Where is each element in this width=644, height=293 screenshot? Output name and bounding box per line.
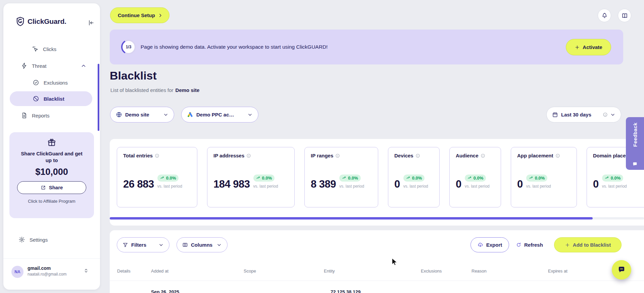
export-button[interactable]: Export bbox=[470, 237, 509, 252]
stat-value: 8 389 bbox=[311, 179, 336, 189]
plus-icon bbox=[565, 242, 570, 248]
divider bbox=[3, 258, 100, 259]
promo-title: Share ClickGuard and get up to bbox=[19, 150, 85, 164]
stat-label: Total entries bbox=[123, 153, 153, 158]
info-icon[interactable] bbox=[155, 153, 159, 158]
external-link-icon bbox=[41, 185, 46, 190]
continue-setup-button[interactable]: Continue Setup bbox=[110, 7, 169, 23]
stat-period-label: vs. last period bbox=[526, 184, 551, 189]
column-header-entity[interactable]: Entity bbox=[324, 268, 335, 274]
user-menu[interactable]: NA gmail.com naatali.ro@gmail.com bbox=[3, 262, 100, 285]
plus-icon bbox=[575, 45, 580, 50]
feedback-tab[interactable]: Feedback bbox=[626, 117, 644, 170]
sidebar-item-settings[interactable]: Settings bbox=[18, 232, 48, 247]
bolt-icon bbox=[21, 62, 28, 69]
sidebar-item-blacklist[interactable]: Blacklist bbox=[10, 91, 92, 106]
stat-period-label: vs. last period bbox=[157, 184, 182, 189]
info-icon[interactable] bbox=[481, 153, 485, 158]
clickguard-logo-icon bbox=[16, 17, 24, 26]
horizontal-scrollbar-thumb[interactable] bbox=[110, 217, 593, 219]
brand: ClickGuard. bbox=[16, 17, 66, 26]
sidebar-item-label: Exclusions bbox=[44, 80, 68, 86]
ppc-account-selector[interactable]: Demo PPC ac… bbox=[181, 107, 258, 123]
stat-period-label: vs. last period bbox=[253, 184, 278, 189]
stat-label: IP addresses bbox=[213, 153, 244, 158]
affiliate-link[interactable]: Click to Affiliate Program bbox=[28, 199, 75, 204]
stat-period-label: vs. last period bbox=[403, 184, 428, 189]
brand-name: ClickGuard. bbox=[28, 17, 66, 26]
column-header-reason[interactable]: Reason bbox=[472, 268, 487, 274]
info-icon[interactable] bbox=[246, 153, 251, 158]
chat-launcher-button[interactable] bbox=[612, 260, 631, 280]
stat-card-app-placement: App placement 0 0.0% vs. last period bbox=[511, 147, 577, 207]
calendar-icon bbox=[552, 112, 558, 118]
chevron-down-icon bbox=[158, 242, 164, 248]
column-header-exclusions[interactable]: Exclusions bbox=[421, 268, 442, 274]
stat-value: 0 bbox=[456, 179, 461, 189]
user-name: gmail.com bbox=[28, 265, 51, 271]
column-header-details[interactable]: Details bbox=[117, 268, 131, 274]
stat-card-total-entries: Total entries 26 883 0.0% vs. last perio… bbox=[117, 147, 197, 207]
resources-button[interactable] bbox=[618, 9, 631, 22]
notifications-button[interactable] bbox=[598, 9, 611, 22]
stat-label: App placement bbox=[517, 153, 553, 158]
stat-value: 184 983 bbox=[213, 179, 250, 189]
stat-value: 0 bbox=[593, 179, 599, 189]
share-label: Share bbox=[49, 185, 63, 190]
demo-banner-message: Page is showing demo data. Activate your… bbox=[141, 30, 328, 64]
add-to-blacklist-button[interactable]: Add to Blacklist bbox=[554, 237, 622, 252]
sidebar-item-threat[interactable]: Threat bbox=[21, 58, 87, 73]
column-header-expires-at[interactable]: Expires at bbox=[548, 268, 567, 274]
stat-card-ip-addresses: IP addresses 184 983 0.0% vs. last perio… bbox=[207, 147, 295, 207]
setup-progress-ring: 1/3 bbox=[121, 40, 136, 54]
stats-cards-row: Total entries 26 883 0.0% vs. last perio… bbox=[117, 147, 644, 207]
gear-icon bbox=[18, 236, 25, 243]
columns-button[interactable]: Columns bbox=[177, 237, 228, 252]
sidebar-item-clicks[interactable]: Clicks bbox=[32, 42, 56, 56]
document-icon bbox=[21, 112, 28, 119]
sidebar-item-reports[interactable]: Reports bbox=[21, 108, 50, 123]
table-panel: Filters Columns Export Refresh bbox=[110, 230, 644, 293]
ppc-account-selector-label: Demo PPC ac… bbox=[196, 112, 234, 117]
stat-period-label: vs. last period bbox=[339, 184, 364, 189]
blocked-icon bbox=[33, 95, 39, 102]
stat-label: Devices bbox=[394, 153, 413, 158]
sidebar: ClickGuard. Clicks Threat Exclusions bbox=[3, 3, 100, 290]
refresh-label: Refresh bbox=[524, 242, 543, 248]
stats-panel: Total entries 26 883 0.0% vs. last perio… bbox=[110, 139, 644, 226]
info-icon[interactable] bbox=[335, 153, 340, 158]
column-header-added-at[interactable]: Added at bbox=[151, 268, 168, 274]
user-email: naatali.ro@gmail.com bbox=[28, 272, 66, 277]
stat-value: 0 bbox=[394, 179, 400, 189]
setup-progress-label: 1/3 bbox=[122, 41, 135, 53]
info-icon[interactable] bbox=[415, 153, 420, 158]
filters-button[interactable]: Filters bbox=[117, 237, 169, 252]
sidebar-item-label: Clicks bbox=[43, 46, 56, 52]
chevron-up-icon bbox=[81, 63, 87, 69]
stat-value: 26 883 bbox=[123, 179, 154, 189]
chevron-down-icon bbox=[216, 242, 222, 248]
affiliate-promo-card: Share ClickGuard and get up to $10,000 S… bbox=[9, 132, 94, 218]
chevron-right-icon bbox=[158, 13, 163, 18]
row-entity[interactable]: 72.125.38.129 bbox=[331, 289, 361, 293]
app-screen: ClickGuard. Clicks Threat Exclusions bbox=[0, 0, 644, 293]
info-icon bbox=[603, 112, 608, 117]
sidebar-collapse-icon[interactable] bbox=[88, 19, 95, 26]
stat-delta-badge: 0.0% bbox=[465, 175, 486, 182]
sidebar-item-exclusions[interactable]: Exclusions bbox=[33, 75, 68, 90]
sidebar-item-label: Threat bbox=[32, 63, 46, 69]
info-icon[interactable] bbox=[555, 153, 560, 158]
stat-delta-badge: 0.0% bbox=[403, 175, 425, 182]
chevron-down-icon bbox=[610, 112, 615, 117]
stat-delta-badge: 0.0% bbox=[602, 175, 624, 182]
site-selector-label: Demo site bbox=[125, 112, 149, 117]
sidebar-scrollbar[interactable] bbox=[98, 64, 99, 131]
activate-button[interactable]: Activate bbox=[566, 39, 611, 55]
column-header-scope[interactable]: Scope bbox=[244, 268, 256, 274]
refresh-button[interactable]: Refresh bbox=[516, 237, 543, 252]
share-button[interactable]: Share bbox=[17, 181, 86, 194]
site-selector[interactable]: Demo site bbox=[110, 107, 174, 123]
date-range-selector[interactable]: Last 30 days bbox=[546, 107, 621, 123]
row-added-at: Sep 26, 2025 bbox=[151, 289, 179, 293]
stat-period-label: vs. last period bbox=[465, 184, 490, 189]
